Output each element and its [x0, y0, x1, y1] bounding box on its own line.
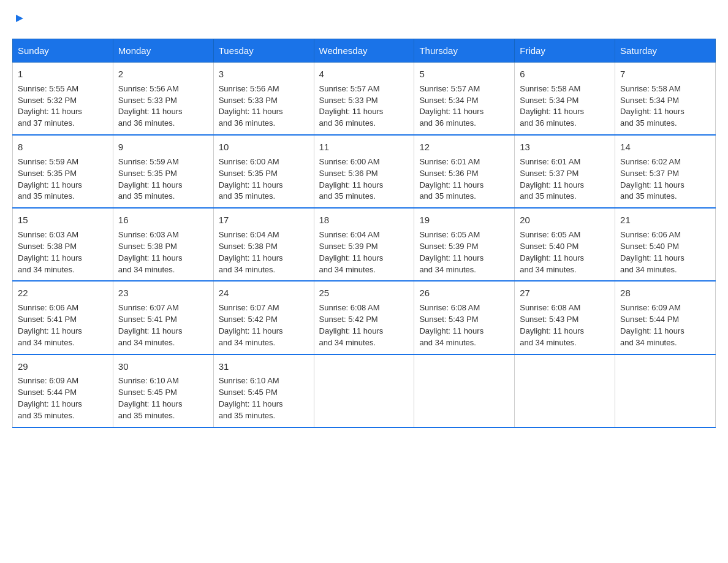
- day-number: 18: [319, 213, 409, 227]
- calendar-day-cell: 25 Sunrise: 6:08 AMSunset: 5:42 PMDaylig…: [314, 281, 414, 354]
- day-info: Sunrise: 6:08 AMSunset: 5:42 PMDaylight:…: [319, 303, 384, 347]
- calendar-day-cell: 13 Sunrise: 6:01 AMSunset: 5:37 PMDaylig…: [515, 135, 615, 208]
- header-friday: Friday: [515, 39, 615, 63]
- logo: [12, 12, 26, 26]
- day-number: 26: [419, 286, 509, 300]
- day-number: 19: [419, 213, 509, 227]
- calendar-day-cell: 16 Sunrise: 6:03 AMSunset: 5:38 PMDaylig…: [113, 208, 213, 281]
- calendar-day-cell: 20 Sunrise: 6:05 AMSunset: 5:40 PMDaylig…: [515, 208, 615, 281]
- day-number: 29: [18, 360, 108, 373]
- day-number: 4: [319, 67, 409, 81]
- calendar-table: Sunday Monday Tuesday Wednesday Thursday…: [12, 39, 716, 428]
- calendar-day-cell: 21 Sunrise: 6:06 AMSunset: 5:40 PMDaylig…: [615, 208, 716, 281]
- calendar-day-cell: 8 Sunrise: 5:59 AMSunset: 5:35 PMDayligh…: [13, 135, 113, 208]
- calendar-day-cell: [615, 354, 716, 427]
- calendar-day-cell: 19 Sunrise: 6:05 AMSunset: 5:39 PMDaylig…: [414, 208, 515, 281]
- calendar-day-cell: 3 Sunrise: 5:56 AMSunset: 5:33 PMDayligh…: [213, 63, 314, 136]
- calendar-day-cell: 2 Sunrise: 5:56 AMSunset: 5:33 PMDayligh…: [113, 63, 213, 136]
- calendar-day-cell: 12 Sunrise: 6:01 AMSunset: 5:36 PMDaylig…: [414, 135, 515, 208]
- day-info: Sunrise: 6:04 AMSunset: 5:39 PMDaylight:…: [319, 230, 384, 274]
- day-number: 7: [620, 67, 710, 81]
- day-number: 24: [219, 286, 309, 300]
- day-info: Sunrise: 6:09 AMSunset: 5:44 PMDaylight:…: [18, 376, 82, 420]
- day-number: 28: [620, 286, 710, 300]
- calendar-day-cell: 5 Sunrise: 5:57 AMSunset: 5:34 PMDayligh…: [414, 63, 515, 136]
- day-info: Sunrise: 6:10 AMSunset: 5:45 PMDaylight:…: [118, 376, 183, 420]
- day-number: 9: [118, 140, 208, 154]
- day-info: Sunrise: 6:02 AMSunset: 5:37 PMDaylight:…: [620, 157, 684, 201]
- day-number: 17: [219, 213, 309, 227]
- day-number: 22: [18, 286, 108, 300]
- page-header: [12, 12, 716, 26]
- day-info: Sunrise: 6:00 AMSunset: 5:35 PMDaylight:…: [219, 157, 283, 201]
- calendar-week-row: 8 Sunrise: 5:59 AMSunset: 5:35 PMDayligh…: [13, 135, 716, 208]
- calendar-day-cell: 7 Sunrise: 5:58 AMSunset: 5:34 PMDayligh…: [615, 63, 716, 136]
- day-info: Sunrise: 6:10 AMSunset: 5:45 PMDaylight:…: [219, 376, 283, 420]
- day-info: Sunrise: 5:58 AMSunset: 5:34 PMDaylight:…: [520, 84, 584, 128]
- calendar-day-cell: 18 Sunrise: 6:04 AMSunset: 5:39 PMDaylig…: [314, 208, 414, 281]
- calendar-day-cell: 14 Sunrise: 6:02 AMSunset: 5:37 PMDaylig…: [615, 135, 716, 208]
- calendar-header-row: Sunday Monday Tuesday Wednesday Thursday…: [13, 39, 716, 63]
- header-thursday: Thursday: [414, 39, 515, 63]
- day-number: 12: [419, 140, 509, 154]
- day-info: Sunrise: 6:01 AMSunset: 5:36 PMDaylight:…: [419, 157, 483, 201]
- header-sunday: Sunday: [13, 39, 113, 63]
- day-number: 20: [520, 213, 610, 227]
- day-info: Sunrise: 5:58 AMSunset: 5:34 PMDaylight:…: [620, 84, 684, 128]
- day-info: Sunrise: 5:56 AMSunset: 5:33 PMDaylight:…: [118, 84, 183, 128]
- day-info: Sunrise: 6:00 AMSunset: 5:36 PMDaylight:…: [319, 157, 384, 201]
- calendar-week-row: 29 Sunrise: 6:09 AMSunset: 5:44 PMDaylig…: [13, 354, 716, 427]
- calendar-day-cell: 6 Sunrise: 5:58 AMSunset: 5:34 PMDayligh…: [515, 63, 615, 136]
- calendar-day-cell: 17 Sunrise: 6:04 AMSunset: 5:38 PMDaylig…: [213, 208, 314, 281]
- calendar-week-row: 15 Sunrise: 6:03 AMSunset: 5:38 PMDaylig…: [13, 208, 716, 281]
- logo-triangle-icon: [13, 12, 26, 26]
- day-info: Sunrise: 6:07 AMSunset: 5:41 PMDaylight:…: [118, 303, 183, 347]
- day-info: Sunrise: 6:08 AMSunset: 5:43 PMDaylight:…: [419, 303, 483, 347]
- day-info: Sunrise: 6:01 AMSunset: 5:37 PMDaylight:…: [520, 157, 584, 201]
- day-number: 14: [620, 140, 710, 154]
- day-number: 10: [219, 140, 309, 154]
- day-number: 8: [18, 140, 108, 154]
- calendar-day-cell: 11 Sunrise: 6:00 AMSunset: 5:36 PMDaylig…: [314, 135, 414, 208]
- calendar-day-cell: 30 Sunrise: 6:10 AMSunset: 5:45 PMDaylig…: [113, 354, 213, 427]
- day-number: 5: [419, 67, 509, 81]
- day-info: Sunrise: 5:55 AMSunset: 5:32 PMDaylight:…: [18, 84, 82, 128]
- day-number: 31: [219, 360, 309, 373]
- header-monday: Monday: [113, 39, 213, 63]
- calendar-day-cell: 9 Sunrise: 5:59 AMSunset: 5:35 PMDayligh…: [113, 135, 213, 208]
- day-info: Sunrise: 6:07 AMSunset: 5:42 PMDaylight:…: [219, 303, 283, 347]
- calendar-day-cell: [314, 354, 414, 427]
- day-number: 2: [118, 67, 208, 81]
- day-info: Sunrise: 5:57 AMSunset: 5:34 PMDaylight:…: [419, 84, 483, 128]
- day-info: Sunrise: 6:06 AMSunset: 5:40 PMDaylight:…: [620, 230, 684, 274]
- day-number: 21: [620, 213, 710, 227]
- calendar-day-cell: 29 Sunrise: 6:09 AMSunset: 5:44 PMDaylig…: [13, 354, 113, 427]
- calendar-day-cell: 1 Sunrise: 5:55 AMSunset: 5:32 PMDayligh…: [13, 63, 113, 136]
- day-number: 13: [520, 140, 610, 154]
- calendar-day-cell: 4 Sunrise: 5:57 AMSunset: 5:33 PMDayligh…: [314, 63, 414, 136]
- day-info: Sunrise: 5:57 AMSunset: 5:33 PMDaylight:…: [319, 84, 384, 128]
- day-number: 1: [18, 67, 108, 81]
- day-info: Sunrise: 6:06 AMSunset: 5:41 PMDaylight:…: [18, 303, 82, 347]
- day-info: Sunrise: 6:05 AMSunset: 5:39 PMDaylight:…: [419, 230, 483, 274]
- calendar-week-row: 22 Sunrise: 6:06 AMSunset: 5:41 PMDaylig…: [13, 281, 716, 354]
- day-number: 27: [520, 286, 610, 300]
- calendar-day-cell: 10 Sunrise: 6:00 AMSunset: 5:35 PMDaylig…: [213, 135, 314, 208]
- calendar-week-row: 1 Sunrise: 5:55 AMSunset: 5:32 PMDayligh…: [13, 63, 716, 136]
- day-number: 3: [219, 67, 309, 81]
- calendar-day-cell: 24 Sunrise: 6:07 AMSunset: 5:42 PMDaylig…: [213, 281, 314, 354]
- day-number: 16: [118, 213, 208, 227]
- header-tuesday: Tuesday: [213, 39, 314, 63]
- calendar-day-cell: [515, 354, 615, 427]
- calendar-day-cell: 23 Sunrise: 6:07 AMSunset: 5:41 PMDaylig…: [113, 281, 213, 354]
- day-info: Sunrise: 5:59 AMSunset: 5:35 PMDaylight:…: [118, 157, 183, 201]
- svg-marker-0: [16, 15, 23, 22]
- day-number: 15: [18, 213, 108, 227]
- calendar-day-cell: 31 Sunrise: 6:10 AMSunset: 5:45 PMDaylig…: [213, 354, 314, 427]
- day-info: Sunrise: 6:04 AMSunset: 5:38 PMDaylight:…: [219, 230, 283, 274]
- day-info: Sunrise: 5:56 AMSunset: 5:33 PMDaylight:…: [219, 84, 283, 128]
- day-number: 30: [118, 360, 208, 373]
- day-info: Sunrise: 6:08 AMSunset: 5:43 PMDaylight:…: [520, 303, 584, 347]
- calendar-day-cell: 15 Sunrise: 6:03 AMSunset: 5:38 PMDaylig…: [13, 208, 113, 281]
- day-info: Sunrise: 6:03 AMSunset: 5:38 PMDaylight:…: [118, 230, 183, 274]
